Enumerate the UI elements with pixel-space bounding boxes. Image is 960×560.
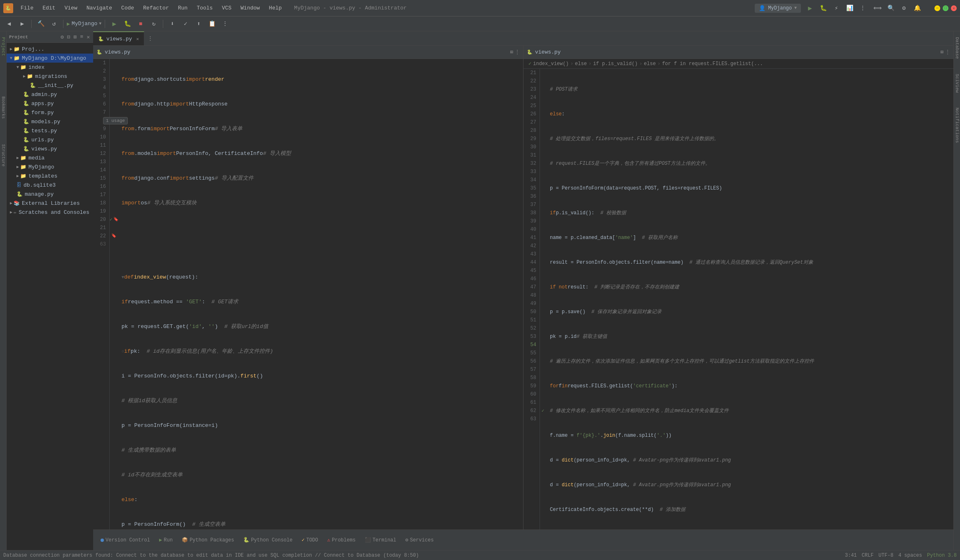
tree-item-index[interactable]: ▼ 📁 index — [7, 63, 93, 72]
translate-icon[interactable]: ⟺ — [872, 2, 883, 14]
status-indent[interactable]: 4 spaces — [898, 553, 922, 558]
rerun-button[interactable]: ↻ — [148, 18, 160, 30]
tree-item-mydjango[interactable]: ▼ 📁 MyDjango D:\MyDjango — [7, 54, 93, 63]
run-config-dropdown[interactable]: ▶ MyDjango ▼ — [67, 21, 101, 27]
bc-2[interactable]: else — [575, 61, 587, 67]
notifications-button[interactable]: 🔔 — [911, 2, 923, 14]
git-commit-button[interactable]: ✓ — [180, 18, 191, 30]
tree-item-apps[interactable]: 🐍 apps.py — [7, 99, 93, 108]
run-button[interactable]: ▶ — [804, 2, 816, 14]
git-push-button[interactable]: ⬆ — [193, 18, 204, 30]
back-button[interactable]: ◀ — [3, 18, 15, 30]
tab-python-console[interactable]: 🐍 Python Console — [239, 535, 297, 545]
run-config-label: MyDjango — [72, 21, 97, 27]
gear-icon[interactable]: ≡ — [79, 33, 84, 41]
search-everywhere-button[interactable]: 🔍 — [885, 2, 897, 14]
database-panel-btn[interactable]: Database — [954, 35, 960, 61]
notifications-panel-btn[interactable]: Notifications — [954, 105, 960, 145]
more-icon[interactable]: ⋮ — [945, 49, 950, 55]
left-code-content[interactable]: 1 2 3 4 5 6 7 8 9 10 11 12 13 — [93, 59, 523, 530]
profile-run-button[interactable]: 📊 — [844, 2, 855, 14]
collapse-all-icon[interactable]: ⊟ — [66, 33, 71, 41]
settings-button[interactable]: ⚙ — [898, 2, 910, 14]
bc-3[interactable]: if p.is_valid() — [593, 61, 638, 67]
tab-problems[interactable]: ⚠ Problems — [323, 535, 360, 545]
tree-item-models[interactable]: 🐍 models.py — [7, 117, 93, 126]
build-button[interactable]: 🔨 — [35, 18, 47, 30]
tree-item-media[interactable]: ▶ 📁 media — [7, 153, 93, 162]
ln-1: 1 — [96, 59, 106, 67]
tree-item-templates[interactable]: ▶ 📁 templates — [7, 171, 93, 180]
expand-icon[interactable]: ⊞ — [73, 33, 78, 41]
run-project-button[interactable]: ▶ — [108, 18, 120, 30]
sync-button[interactable]: ↺ — [48, 18, 60, 30]
git-history-button[interactable]: 📋 — [206, 18, 218, 30]
tree-item-scratches[interactable]: ▶ ✏️ Scratches and Consoles — [7, 208, 93, 217]
tab-close-icon[interactable]: ✕ — [136, 36, 139, 42]
right-code-lines[interactable]: # POST请求 else: # 处理提交文数据，files=request.F… — [547, 69, 953, 530]
more-icon[interactable]: ⋮ — [515, 49, 520, 55]
tree-item-admin[interactable]: 🐍 admin.py — [7, 90, 93, 99]
status-line-ending[interactable]: CRLF — [862, 553, 874, 558]
close-button[interactable]: ✕ — [951, 5, 957, 11]
split-icon[interactable]: ⊞ — [510, 49, 513, 55]
sciview-panel-btn[interactable]: SciView — [954, 71, 960, 95]
tab-terminal[interactable]: ⬛ Terminal — [361, 535, 401, 545]
tab-version-control[interactable]: Version Control — [96, 536, 154, 545]
status-python[interactable]: Python 3.8 — [927, 553, 957, 558]
tree-item-ext-libs[interactable]: ▶ 📚 External Libraries — [7, 199, 93, 208]
status-encoding[interactable]: UTF-8 — [878, 553, 893, 558]
bc-5[interactable]: for f in request.FILES.getlist(... — [662, 61, 763, 67]
rln-48: 48 — [527, 291, 536, 300]
menu-file[interactable]: File — [16, 3, 38, 13]
tab-todo[interactable]: ✓ TODO — [298, 535, 322, 545]
debug-button[interactable]: 🐛 — [817, 2, 829, 14]
maximize-button[interactable]: □ — [943, 5, 948, 11]
project-panel-toggle[interactable]: Project — [0, 35, 7, 59]
settings-icon[interactable]: ⚙ — [60, 33, 65, 41]
split-icon[interactable]: ⊞ — [941, 49, 944, 55]
right-code-content[interactable]: 21 22 23 24 25 26 27 28 29 30 31 32 — [523, 69, 953, 530]
menu-refactor[interactable]: Refactor — [139, 3, 173, 13]
structure-panel-btn[interactable]: Structure — [0, 142, 6, 169]
bookmarks-panel-btn[interactable]: Bookmarks — [0, 94, 6, 121]
tree-item-tests[interactable]: 🐍 tests.py — [7, 126, 93, 135]
menu-vcs[interactable]: VCS — [218, 3, 235, 13]
tab-run[interactable]: ▶ Run — [155, 535, 177, 545]
git-more-button[interactable]: ⋮ — [219, 18, 231, 30]
tab-views-py-left[interactable]: 🐍 views.py ✕ — [93, 31, 144, 46]
tree-item-init[interactable]: 🐍 __init__.py — [7, 81, 93, 90]
git-update-button[interactable]: ⬇ — [167, 18, 178, 30]
bc-4[interactable]: else — [644, 61, 656, 67]
tab-services[interactable]: ⚙ Services — [401, 535, 438, 545]
tree-item-manage[interactable]: 🐍 manage.py — [7, 190, 93, 199]
menu-help[interactable]: Help — [265, 3, 286, 13]
tab-python-packages[interactable]: 📦 Python Packages — [178, 535, 238, 545]
left-code-lines[interactable]: from django.shortcuts import render from… — [118, 59, 523, 530]
coverage-button[interactable]: ⚡ — [831, 2, 842, 14]
tree-item-mydjango2[interactable]: ▶ 📁 MyDjango — [7, 162, 93, 171]
tree-item-db[interactable]: 🗄 db.sqlite3 — [7, 180, 93, 190]
tree-item-proj[interactable]: ▶ 📁 Proj... — [7, 45, 93, 54]
bc-1[interactable]: index_view() — [533, 61, 568, 67]
menu-code[interactable]: Code — [117, 3, 138, 13]
profile-dropdown[interactable]: 👤 MyDjango ▼ — [755, 4, 801, 13]
menu-view[interactable]: View — [60, 3, 81, 13]
tab-more-button[interactable]: ⋮ — [144, 35, 156, 42]
rm-43 — [540, 250, 547, 258]
minimize-button[interactable]: — — [934, 5, 940, 11]
tree-item-form[interactable]: 🐍 form.py — [7, 108, 93, 117]
debug-project-button[interactable]: 🐛 — [122, 18, 133, 30]
tree-item-urls[interactable]: 🐍 urls.py — [7, 135, 93, 144]
forward-button[interactable]: ▶ — [16, 18, 28, 30]
stop-button[interactable]: ■ — [135, 18, 146, 30]
menu-edit[interactable]: Edit — [38, 3, 59, 13]
more-run-button[interactable]: ⋮ — [857, 2, 868, 14]
menu-window[interactable]: Window — [237, 3, 264, 13]
menu-tools[interactable]: Tools — [192, 3, 217, 13]
menu-run[interactable]: Run — [174, 3, 192, 13]
tree-item-migrations[interactable]: ▶ 📁 migrations — [7, 72, 93, 81]
close-sidebar-icon[interactable]: ✕ — [86, 33, 91, 41]
tree-item-views[interactable]: 🐍 views.py — [7, 144, 93, 153]
menu-navigate[interactable]: Navigate — [82, 3, 116, 13]
